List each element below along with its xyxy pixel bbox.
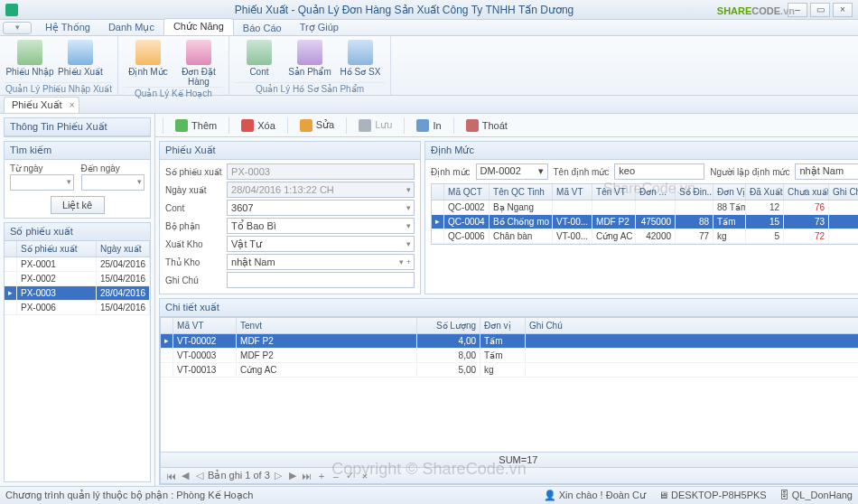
search-panel-title: Tìm kiếm [5, 142, 150, 160]
menu-bao-cao[interactable]: Báo Cáo [234, 21, 291, 35]
ribbon-group-title: Quản Lý Phiếu Nhập Xuất [5, 82, 112, 95]
cont-input[interactable]: 3607▾ [227, 200, 415, 216]
tab-label: Phiếu Xuất [12, 99, 62, 110]
bo-phan-input[interactable]: Tổ Bao Bì▾ [227, 218, 415, 234]
from-date-label: Từ ngày [10, 163, 74, 173]
ribbon-group-title: Quản Lý Hồ Sơ Sản Phẩm [235, 82, 385, 95]
status-left: Chương trình quản lý thuộc bộ phận : Phò… [5, 490, 253, 501]
product-icon [297, 40, 322, 65]
left-pane: Thông Tin Phiếu Xuất Tìm kiếm Từ ngày ▾ … [0, 114, 155, 486]
table-row[interactable]: VT-00013 Cứng AC 5,00 kg [161, 363, 858, 378]
table-row[interactable]: ▸PX-000328/04/2016 [5, 286, 150, 301]
phieu-xuat-panel: Phiếu Xuất Số phiếu xuấtPX-0003 Ngày xuấ… [159, 141, 421, 294]
dinh-muc-panel: Định Mức Định mức DM-0002▾ Tên định mức … [424, 141, 858, 294]
ghi-chu-input[interactable] [227, 272, 415, 288]
info-panel-title: Thông Tin Phiếu Xuất [5, 118, 150, 136]
toolbar: Thêm Xóa Sửa Lưu In Thoát [155, 114, 858, 137]
chit-panel-title: Chi tiết xuất [160, 299, 858, 317]
table-row[interactable]: PX-000215/04/2016 [5, 272, 150, 286]
menu-chuc-nang[interactable]: Chức Năng [163, 18, 234, 35]
app-icon [5, 4, 18, 16]
ngay-xuat-input[interactable]: 28/04/2016 1:13:22 CH▾ [227, 182, 415, 198]
save-button[interactable]: Lưu [350, 116, 400, 135]
table-row[interactable]: PX-000615/04/2016 [5, 301, 150, 315]
px-panel-title: Phiếu Xuất [160, 142, 420, 160]
print-button[interactable]: In [408, 116, 449, 135]
xuat-kho-input[interactable]: Vật Tư▾ [227, 236, 415, 252]
to-date-label: Đến ngày [81, 163, 145, 173]
dinh-muc-input[interactable]: DM-0002▾ [476, 163, 548, 180]
ribbon-ho-so-sx[interactable]: Hồ Sơ SX [336, 38, 385, 82]
list-button[interactable]: Liệt kê [51, 196, 105, 214]
menu-tro-giup[interactable]: Trợ Giúp [291, 20, 348, 35]
ribbon-cont[interactable]: Cont [235, 38, 284, 82]
close-button[interactable]: × [833, 3, 853, 17]
delete-button[interactable]: Xóa [233, 116, 284, 135]
so-phieu-input: PX-0003 [227, 163, 415, 180]
tab-close-icon[interactable]: × [70, 100, 75, 110]
title-bar: Phiếu Xuất - Quản Lý Đơn Hàng Sản Xuất C… [0, 0, 858, 20]
ribbon-group-title: Quản Lý Kế Hoạch [124, 87, 223, 99]
from-date-input[interactable]: ▾ [10, 174, 74, 191]
print-icon [416, 119, 429, 132]
nguoi-lap-input[interactable]: nhật Nam [795, 163, 858, 180]
order-icon [186, 40, 211, 65]
export-icon [68, 40, 93, 65]
table-row[interactable]: QC-0006 Chân bàn VT-00... Cứng AC 42000 … [432, 229, 858, 244]
container-icon [247, 40, 272, 65]
norm-icon [135, 40, 161, 65]
ribbon-san-pham[interactable]: Sản Phẩm [285, 38, 334, 82]
status-user: Xin chào ! Đoàn Cư [559, 490, 646, 500]
ribbon-dinh-muc[interactable]: Định Mức [124, 38, 173, 87]
table-row[interactable]: ▸ VT-00002 MDF P2 4,00 Tấm [161, 334, 858, 349]
status-db: QL_DonHang [792, 490, 853, 500]
table-row[interactable]: PX-000125/04/2016 [5, 257, 150, 272]
profile-icon [348, 40, 373, 65]
ribbon-phieu-xuat[interactable]: Phiếu Xuất [56, 38, 105, 82]
to-date-input[interactable]: ▾ [81, 174, 145, 191]
ribbon-don-dat-hang[interactable]: Đơn Đặt Hàng [174, 38, 223, 87]
ribbon-phieu-nhap[interactable]: Phiếu Nhập [5, 38, 54, 82]
record-navigator[interactable]: ⏮◀◁ Bản ghi 1 of 3 ▷▶⏭ +–✓× [161, 467, 858, 483]
edit-button[interactable]: Sửa [292, 116, 342, 135]
status-bar: Chương trình quản lý thuộc bộ phận : Phò… [0, 486, 858, 504]
ribbon: Phiếu Nhập Phiếu Xuất Quản Lý Phiếu Nhập… [0, 36, 858, 96]
app-menu-button[interactable]: ▾ [3, 22, 32, 34]
table-row[interactable]: QC-0002 Bạ Ngang 88 Tấm 12 76 [432, 201, 858, 215]
exit-button[interactable]: Thoát [458, 116, 516, 135]
table-row[interactable]: VT-00003 MDF P2 8,00 Tấm [161, 349, 858, 363]
exit-icon [466, 119, 479, 132]
thu-kho-input[interactable]: nhật Nam▾ + [227, 254, 415, 270]
ten-dinh-muc-input[interactable]: keo [614, 163, 704, 180]
chi-tiet-panel: Chi tiết xuất Mã VT Tenvt Số Lượng Đơn v… [159, 298, 858, 485]
pencil-icon [300, 119, 312, 132]
save-icon [359, 119, 371, 132]
import-icon [17, 40, 42, 65]
menu-danh-muc[interactable]: Danh Mục [99, 20, 163, 35]
col-ngay-xuat[interactable]: Ngày xuất [97, 241, 150, 257]
window-title: Phiếu Xuất - Quản Lý Đơn Hàng Sản Xuất C… [23, 4, 785, 16]
menu-he-thong[interactable]: Hệ Thống [36, 20, 99, 35]
sum-footer: SUM=17 [161, 452, 858, 467]
table-row[interactable]: ▸ QC-0004 Bồ Chống mo VT-00... MDF P2 47… [432, 215, 858, 229]
tab-phieu-xuat[interactable]: Phiếu Xuất × [4, 97, 79, 113]
col-so-phieu[interactable]: Số phiếu xuất [17, 241, 97, 257]
plus-icon [175, 119, 188, 132]
minus-icon [241, 119, 254, 132]
status-host: DESKTOP-P8H5PKS [671, 490, 767, 500]
add-button[interactable]: Thêm [167, 116, 225, 135]
menu-bar: Hệ Thống Danh Mục Chức Năng Báo Cáo Trợ … [0, 20, 858, 36]
sharecode-logo: SHARECODE.vn [717, 2, 795, 17]
maximize-button[interactable]: ▭ [810, 3, 830, 17]
right-pane: Thêm Xóa Sửa Lưu In Thoát Phiếu Xuất Số … [155, 114, 858, 486]
list-panel-title: Số phiếu xuất [5, 223, 150, 241]
dm-panel-title: Định Mức [425, 142, 858, 160]
